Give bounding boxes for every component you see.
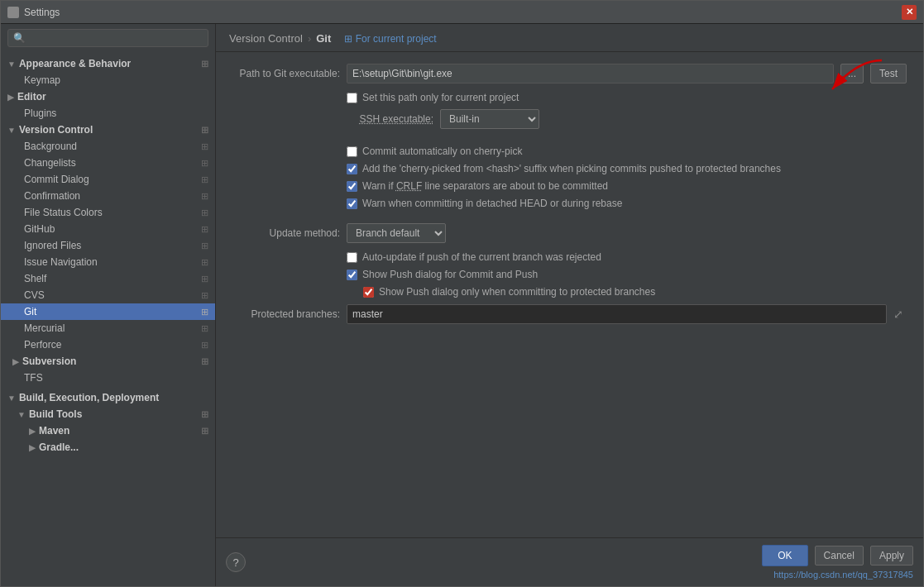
show-push-protected-checkbox[interactable]: [363, 287, 374, 298]
breadcrumb: Version Control › Git ⊞ For current proj…: [216, 24, 923, 52]
sidebar-item-editor[interactable]: ▶ Editor: [1, 88, 215, 105]
sidebar-item-confirmation[interactable]: Confirmation ⊞: [1, 188, 215, 204]
sidebar-label: Keymap: [24, 74, 60, 86]
window-title: Settings: [24, 7, 60, 18]
add-suffix-label[interactable]: Add the 'cherry-picked from <hash>' suff…: [362, 163, 781, 174]
sidebar-item-ignored-files[interactable]: Ignored Files ⊞: [1, 237, 215, 254]
copy-icon: ⊞: [201, 158, 208, 169]
sidebar-item-build-tools[interactable]: ▼ Build Tools ⊞: [1, 406, 215, 422]
git-path-input[interactable]: [347, 64, 834, 84]
set-path-checkbox[interactable]: [347, 93, 357, 103]
sidebar-item-git[interactable]: Git ⊞: [1, 303, 215, 320]
add-suffix-checkbox[interactable]: [347, 164, 357, 174]
sidebar-item-tfs[interactable]: TFS: [1, 370, 215, 386]
copy-icon: ⊞: [201, 191, 208, 202]
sidebar-label: Perforce: [24, 339, 61, 351]
bottom-buttons: OK Cancel Apply: [762, 545, 913, 566]
copy-icon: ⊞: [201, 241, 208, 251]
show-push-protected-label[interactable]: Show Push dialog only when committing to…: [379, 286, 655, 298]
sidebar-label: Commit Dialog: [24, 174, 89, 185]
copy-icon: ⊞: [201, 141, 208, 152]
sidebar-item-keymap[interactable]: Keymap: [1, 72, 215, 88]
sidebar-item-issue-navigation[interactable]: Issue Navigation ⊞: [1, 254, 215, 270]
sidebar-item-background[interactable]: Background ⊞: [1, 138, 215, 155]
cherry-pick-checkbox[interactable]: [347, 146, 357, 157]
sidebar-item-gradle[interactable]: ▶ Gradle...: [1, 439, 215, 456]
expand-arrow: ▶: [29, 443, 36, 452]
copy-icon: ⊞: [201, 340, 208, 351]
sidebar-item-cvs[interactable]: CVS ⊞: [1, 287, 215, 303]
sidebar-item-commit-dialog[interactable]: Commit Dialog ⊞: [1, 171, 215, 188]
settings-window: Settings ✕ 🔍 ▼ Appearance & Behavior ⊞ K…: [0, 0, 924, 587]
sidebar-label: Version Control: [19, 124, 93, 136]
sidebar-tree: ▼ Appearance & Behavior ⊞ Keymap ▶ Edito…: [1, 52, 215, 586]
cherry-pick-label[interactable]: Commit automatically on cherry-pick: [362, 146, 522, 157]
help-button[interactable]: ?: [226, 552, 246, 572]
sidebar-label: Changelists: [24, 157, 76, 169]
copy-icon: ⊞: [201, 426, 208, 437]
search-box[interactable]: 🔍: [7, 29, 208, 47]
warn-detached-label[interactable]: Warn when committing in detached HEAD or…: [362, 198, 622, 209]
protected-branches-input[interactable]: [347, 304, 887, 324]
update-method-select[interactable]: Branch default Merge Rebase: [347, 223, 446, 243]
auto-update-row: Auto-update if push of the current branc…: [232, 251, 907, 263]
sidebar: 🔍 ▼ Appearance & Behavior ⊞ Keymap ▶ Edi…: [1, 24, 216, 586]
sidebar-label: TFS: [24, 372, 43, 384]
window-icon: [7, 7, 19, 18]
sidebar-item-github[interactable]: GitHub ⊞: [1, 221, 215, 237]
show-push-protected-row: Show Push dialog only when committing to…: [232, 286, 907, 298]
expand-arrow: ▼: [7, 126, 16, 135]
close-button[interactable]: ✕: [902, 5, 917, 20]
sidebar-item-perforce[interactable]: Perforce ⊞: [1, 336, 215, 353]
ssh-select[interactable]: Built-in Native: [440, 109, 539, 129]
git-path-row: Path to Git executable: ... Test: [232, 64, 907, 84]
browse-button[interactable]: ...: [840, 64, 864, 84]
warn-detached-checkbox[interactable]: [347, 198, 357, 209]
sidebar-label: Git: [24, 306, 36, 317]
copy-icon: ⊞: [201, 125, 208, 136]
update-method-row: Update method: Branch default Merge Reba…: [232, 223, 907, 243]
sidebar-item-file-status-colors[interactable]: File Status Colors ⊞: [1, 204, 215, 221]
copy-icon: ⊞: [201, 274, 208, 284]
add-suffix-row: Add the 'cherry-picked from <hash>' suff…: [232, 163, 907, 174]
settings-content: Path to Git executable: ... Test Set thi…: [216, 52, 923, 537]
sidebar-label: Editor: [17, 91, 46, 103]
sidebar-label: CVS: [24, 289, 45, 301]
ssh-row: SSH executable: Built-in Native: [232, 109, 907, 129]
sidebar-item-maven[interactable]: ▶ Maven ⊞: [1, 422, 215, 439]
sidebar-label: Build, Execution, Deployment: [19, 392, 159, 403]
sidebar-item-appearance[interactable]: ▼ Appearance & Behavior ⊞: [1, 55, 215, 72]
expand-protected-icon[interactable]: ⤢: [893, 308, 903, 321]
apply-button[interactable]: Apply: [870, 546, 913, 566]
path-label: Path to Git executable:: [232, 68, 340, 79]
warn-crlf-checkbox[interactable]: [347, 181, 357, 192]
test-button[interactable]: Test: [870, 64, 907, 84]
sidebar-item-mercurial[interactable]: Mercurial ⊞: [1, 320, 215, 336]
sidebar-item-version-control[interactable]: ▼ Version Control ⊞: [1, 122, 215, 138]
cancel-button[interactable]: Cancel: [815, 546, 864, 566]
copy-icon: ⊞: [201, 208, 208, 218]
expand-arrow: ▶: [7, 93, 14, 102]
show-push-label[interactable]: Show Push dialog for Commit and Push: [362, 269, 538, 280]
sidebar-item-build-exec-deploy[interactable]: ▼ Build, Execution, Deployment: [1, 389, 215, 406]
expand-arrow: ▼: [17, 410, 26, 419]
sidebar-item-plugins[interactable]: Plugins: [1, 105, 215, 122]
ssh-label: SSH executable:: [347, 113, 433, 125]
warn-crlf-label[interactable]: Warn if CRLF line separators are about t…: [362, 180, 608, 192]
sidebar-label: Background: [24, 141, 77, 152]
copy-icon: ⊞: [201, 307, 208, 317]
copy-icon: ⊞: [201, 257, 208, 268]
show-push-checkbox[interactable]: [347, 270, 357, 280]
copy-icon: ⊞: [201, 224, 208, 235]
search-input[interactable]: [29, 32, 203, 44]
sidebar-item-changelists[interactable]: Changelists ⊞: [1, 155, 215, 171]
sidebar-item-subversion[interactable]: ▶ Subversion ⊞: [1, 353, 215, 370]
auto-update-label[interactable]: Auto-update if push of the current branc…: [362, 251, 601, 263]
set-path-label[interactable]: Set this path only for current project: [362, 92, 519, 103]
for-current-project-link[interactable]: ⊞ For current project: [344, 33, 436, 45]
sidebar-item-shelf[interactable]: Shelf ⊞: [1, 270, 215, 287]
ok-button[interactable]: OK: [762, 545, 807, 566]
auto-update-checkbox[interactable]: [347, 252, 357, 263]
sidebar-label: Maven: [39, 425, 69, 437]
warn-detached-row: Warn when committing in detached HEAD or…: [232, 198, 907, 209]
